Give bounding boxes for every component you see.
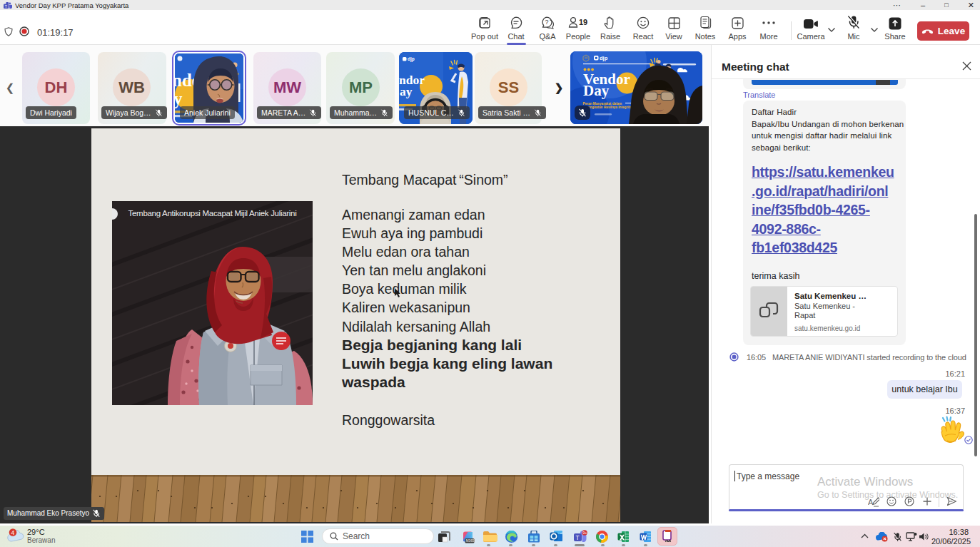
svg-text:Peningkatan Hasilnya Integrita: Peningkatan Hasilnya Integritas	[583, 106, 634, 109]
svg-text:djp: djp	[408, 56, 415, 62]
svg-text:Peran Masyarakat dalam: Peran Masyarakat dalam	[583, 102, 622, 106]
svg-text:?: ?	[545, 19, 548, 26]
svg-text:y: y	[175, 89, 183, 108]
svg-text:T: T	[576, 534, 580, 541]
svg-text:4: 4	[11, 529, 15, 536]
svg-text:ay: ay	[400, 84, 413, 98]
svg-text:A: A	[868, 498, 874, 506]
svg-text:Day: Day	[583, 82, 610, 99]
svg-text:djp: djp	[600, 55, 608, 61]
svg-text:19: 19	[579, 18, 587, 26]
svg-text:M365: M365	[466, 539, 475, 543]
svg-text:9+: 9+	[582, 531, 587, 535]
